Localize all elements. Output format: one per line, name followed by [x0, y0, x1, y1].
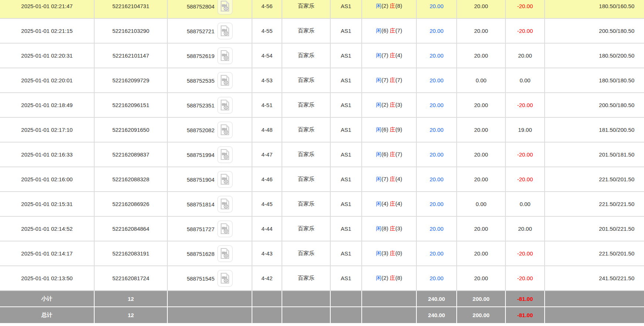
- balance-before-after: 221.50/201.50: [545, 167, 644, 192]
- player-result-count: (6): [382, 126, 388, 133]
- video-replay-button[interactable]: [217, 171, 233, 188]
- table-row[interactable]: 2025-01-01 02:14:52 522162084864 5887517…: [0, 216, 644, 241]
- bet-amount: 20.00: [416, 18, 457, 43]
- banker-result-label: 庄: [390, 102, 395, 108]
- table-name: AS1: [330, 142, 362, 167]
- table-row[interactable]: 2025-01-01 02:16:00 522162088328 5887519…: [0, 167, 644, 192]
- round-number: 4-51: [252, 93, 282, 117]
- table-row[interactable]: 2025-01-01 02:18:49 522162096151 5887523…: [0, 93, 644, 117]
- video-replay-button[interactable]: [217, 121, 233, 138]
- balance-before-after: 241.50/221.50: [545, 266, 644, 291]
- banker-result-label: 庄: [390, 176, 395, 182]
- video-replay-button[interactable]: [217, 23, 233, 40]
- player-result-label: 闲: [376, 176, 382, 182]
- banker-result-count: (4): [395, 52, 402, 58]
- video-replay-icon: [220, 198, 230, 210]
- bet-time: 2025-01-01 02:13:50: [0, 266, 94, 291]
- empty-cell: [362, 307, 416, 323]
- round-number: 4-43: [252, 241, 282, 266]
- balance-before-after: 180.50/160.50: [545, 0, 644, 18]
- win-loss-amount: 19.00: [505, 117, 545, 142]
- empty-cell: [167, 291, 252, 307]
- table-row[interactable]: 2025-01-01 02:20:01 522162099729 5887525…: [0, 68, 644, 93]
- bet-amount: 20.00: [416, 0, 457, 18]
- video-replay-icon: [220, 75, 230, 86]
- player-result-count: (7): [382, 176, 388, 182]
- bet-number: 522162083191: [94, 241, 167, 266]
- table-row[interactable]: 2025-01-01 02:20:31 522162101147 5887526…: [0, 43, 644, 68]
- empty-cell: [545, 291, 644, 307]
- bet-time: 2025-01-01 02:20:01: [0, 68, 94, 93]
- bet-number: 522162091650: [94, 117, 167, 142]
- video-replay-button[interactable]: [217, 0, 233, 15]
- player-result-count: (3): [382, 250, 388, 256]
- empty-cell: [282, 307, 330, 323]
- video-replay-button[interactable]: [217, 72, 233, 89]
- game-number: 588751545: [187, 275, 214, 281]
- game-result: 闲(7) 庄(4): [362, 43, 416, 68]
- game-number: 588752351: [187, 102, 214, 108]
- video-replay-button[interactable]: [217, 47, 233, 64]
- round-number: 4-55: [252, 18, 282, 43]
- banker-result-count: (9): [395, 126, 402, 133]
- table-row[interactable]: 2025-01-01 02:16:33 522162089837 5887519…: [0, 142, 644, 167]
- player-result-count: (7): [382, 52, 388, 58]
- total-row: 总计 12 240.00 200.00 -81.00: [0, 307, 644, 323]
- player-result-count: (8): [382, 225, 388, 231]
- balance-before-after: 201.50/181.50: [545, 142, 644, 167]
- game-number-cell: 588751628: [167, 241, 252, 266]
- table-row[interactable]: 2025-01-01 02:14:17 522162083191 5887516…: [0, 241, 644, 266]
- game-number: 588752721: [187, 28, 214, 34]
- video-replay-button[interactable]: [217, 196, 233, 213]
- win-loss-amount: -20.00: [505, 18, 545, 43]
- player-result-label: 闲: [376, 225, 382, 231]
- game-type: 百家乐: [282, 93, 330, 117]
- total-label: 总计: [0, 307, 94, 323]
- game-result: 闲(2) 庄(8): [362, 266, 416, 291]
- video-replay-button[interactable]: [217, 146, 233, 163]
- table-row[interactable]: 2025-01-01 02:13:50 522162081724 5887515…: [0, 266, 644, 291]
- bet-amount: 20.00: [416, 241, 457, 266]
- table-name: AS1: [330, 117, 362, 142]
- video-replay-button[interactable]: [217, 270, 233, 287]
- bet-amount: 20.00: [416, 68, 457, 93]
- valid-bet-amount: 20.00: [457, 266, 505, 291]
- game-result: 闲(7) 庄(7): [362, 68, 416, 93]
- valid-bet-amount: 20.00: [457, 117, 505, 142]
- bet-time: 2025-01-01 02:21:47: [0, 0, 94, 18]
- banker-result-label: 庄: [390, 126, 395, 133]
- table-row[interactable]: 2025-01-01 02:15:31 522162086926 5887518…: [0, 192, 644, 216]
- valid-bet-amount: 20.00: [457, 93, 505, 117]
- table-name: AS1: [330, 241, 362, 266]
- table-row[interactable]: 2025-01-01 02:21:15 522162103290 5887527…: [0, 18, 644, 43]
- table-row[interactable]: 2025-01-01 02:17:10 522162091650 5887520…: [0, 117, 644, 142]
- banker-result-count: (7): [395, 77, 402, 83]
- win-loss-amount: -20.00: [505, 167, 545, 192]
- round-number: 4-44: [252, 216, 282, 241]
- subtotal-count: 12: [94, 291, 167, 307]
- empty-cell: [330, 291, 362, 307]
- player-result-count: (2): [382, 275, 388, 281]
- table-name: AS1: [330, 167, 362, 192]
- win-loss-amount: -20.00: [505, 266, 545, 291]
- video-replay-icon: [220, 50, 230, 61]
- table-row[interactable]: 2025-01-01 02:21:47 522162104731 5887528…: [0, 0, 644, 18]
- banker-result-label: 庄: [390, 52, 395, 58]
- bet-time: 2025-01-01 02:21:15: [0, 18, 94, 43]
- video-replay-icon: [220, 25, 230, 37]
- round-number: 4-53: [252, 68, 282, 93]
- game-type: 百家乐: [282, 0, 330, 18]
- video-replay-button[interactable]: [217, 245, 233, 262]
- valid-bet-amount: 0.00: [457, 192, 505, 216]
- game-number: 588751727: [187, 226, 214, 232]
- game-type: 百家乐: [282, 241, 330, 266]
- game-number-cell: 588751904: [167, 167, 252, 192]
- player-result-label: 闲: [376, 250, 382, 256]
- empty-cell: [167, 307, 252, 323]
- table-name: AS1: [330, 18, 362, 43]
- video-replay-button[interactable]: [217, 220, 233, 237]
- game-number-cell: 588752351: [167, 93, 252, 117]
- video-replay-button[interactable]: [217, 97, 233, 114]
- subtotal-bet-amount: 240.00: [416, 291, 457, 307]
- player-result-label: 闲: [376, 102, 382, 108]
